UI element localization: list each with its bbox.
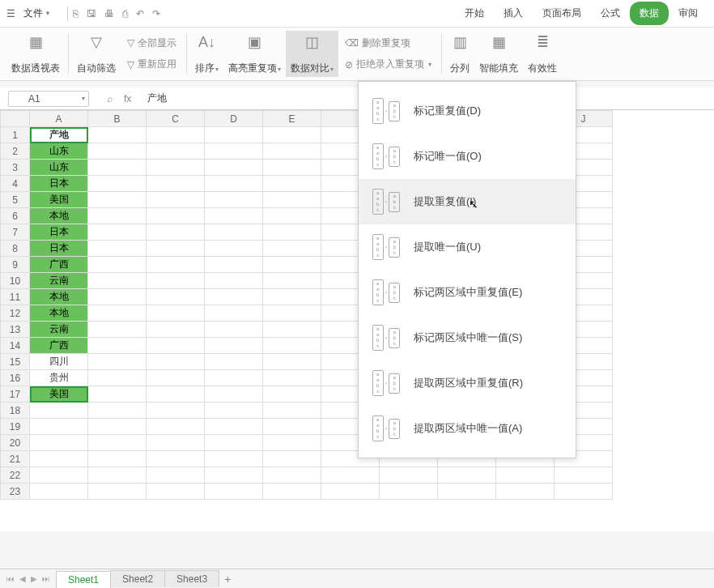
cell[interactable]: 四川 (30, 354, 88, 370)
cell[interactable] (147, 322, 205, 338)
row-header[interactable]: 21 (1, 451, 30, 467)
qat-print-icon[interactable]: 🖶 (104, 8, 114, 19)
cell[interactable] (88, 160, 147, 176)
cell[interactable]: 日本 (30, 241, 88, 257)
nav-prev-icon[interactable]: ◀ (19, 574, 26, 583)
cell[interactable] (147, 289, 205, 305)
cell[interactable] (263, 127, 321, 143)
cell[interactable]: 云南 (30, 322, 88, 338)
cell[interactable] (30, 451, 88, 467)
cell[interactable] (205, 386, 263, 403)
cell[interactable] (88, 289, 147, 305)
cell[interactable] (147, 386, 205, 403)
cell[interactable] (263, 273, 321, 289)
text-to-col-button[interactable]: ▥ 分列 (445, 31, 474, 77)
zoom-icon[interactable]: ⌕ (107, 93, 113, 104)
cell[interactable] (205, 403, 263, 419)
file-menu[interactable]: 文件 ▼ (19, 5, 56, 22)
row-header[interactable]: 11 (1, 289, 30, 305)
cell[interactable] (147, 208, 205, 224)
cell[interactable] (147, 143, 205, 160)
cell[interactable]: 山东 (30, 143, 88, 160)
reject-dup-button[interactable]: ⊘拒绝录入重复项▾ (342, 56, 435, 73)
cell[interactable] (88, 241, 147, 257)
cell[interactable] (88, 338, 147, 354)
cell[interactable] (88, 192, 147, 208)
cell[interactable] (496, 467, 555, 484)
cell[interactable] (147, 160, 205, 176)
cell[interactable] (205, 224, 263, 241)
reapply-button[interactable]: ▽重新应用 (124, 56, 180, 73)
cell[interactable]: 本地 (30, 305, 88, 322)
qat-preview-icon[interactable]: ⎙ (122, 8, 128, 19)
cell[interactable] (147, 370, 205, 386)
cell[interactable] (88, 484, 147, 500)
row-header[interactable]: 6 (1, 208, 30, 224)
cell[interactable] (88, 467, 147, 484)
cell[interactable] (205, 484, 263, 500)
dropdown-item[interactable]: aabc›abc标记两区域中重复值(E) (359, 270, 576, 315)
cell[interactable] (263, 208, 321, 224)
cell[interactable] (205, 354, 263, 370)
row-header[interactable]: 8 (1, 241, 30, 257)
dropdown-item[interactable]: aabc›abc标记唯一值(O) (359, 134, 576, 179)
cell[interactable] (438, 484, 496, 500)
cell[interactable]: 日本 (30, 176, 88, 192)
cell[interactable] (205, 338, 263, 354)
cell[interactable] (263, 451, 321, 467)
cell[interactable]: 本地 (30, 289, 88, 305)
cell[interactable] (263, 370, 321, 386)
column-header[interactable]: D (205, 111, 263, 127)
spreadsheet-grid[interactable]: ABCDEJ1产地2山东3山东4日本5美国6本地7日本8日本9广西10云南11本… (0, 110, 714, 531)
cell[interactable] (205, 435, 263, 451)
sheet-tab[interactable]: Sheet2 (110, 570, 165, 587)
cell[interactable] (88, 435, 147, 451)
cell[interactable] (147, 192, 205, 208)
nav-last-icon[interactable]: ⏭ (42, 574, 50, 583)
cell[interactable]: 山东 (30, 160, 88, 176)
cell[interactable] (205, 257, 263, 273)
cell[interactable] (380, 467, 438, 484)
qat-undo-icon[interactable]: ↶ (136, 8, 144, 19)
sort-button[interactable]: A↓ 排序▾ (190, 31, 223, 77)
cell[interactable] (147, 224, 205, 241)
data-compare-button[interactable]: ◫ 数据对比▾ (286, 31, 338, 77)
pivot-table-button[interactable]: ▦ 数据透视表 (6, 31, 65, 77)
row-header[interactable]: 15 (1, 354, 30, 370)
cell[interactable] (147, 451, 205, 467)
fx-icon[interactable]: fx (124, 93, 131, 104)
cell[interactable] (147, 257, 205, 273)
cell[interactable] (88, 354, 147, 370)
cell[interactable] (88, 273, 147, 289)
row-header[interactable]: 12 (1, 305, 30, 322)
qat-open-icon[interactable]: ⎘ (73, 8, 79, 19)
cell[interactable] (147, 484, 205, 500)
validation-button[interactable]: ≣ 有效性 (523, 31, 562, 77)
highlight-dup-button[interactable]: ▣ 高亮重复项▾ (223, 31, 286, 77)
cell[interactable] (205, 208, 263, 224)
tab-insert[interactable]: 插入 (494, 2, 533, 25)
dropdown-item[interactable]: aabc›abc标记重复值(D) (359, 88, 576, 134)
cell[interactable] (147, 403, 205, 419)
cell[interactable] (88, 176, 147, 192)
row-header[interactable]: 16 (1, 370, 30, 386)
cell[interactable] (147, 305, 205, 322)
cell[interactable]: 广西 (30, 338, 88, 354)
cell[interactable] (88, 224, 147, 241)
cell[interactable] (88, 451, 147, 467)
row-header[interactable]: 5 (1, 192, 30, 208)
cell[interactable] (205, 273, 263, 289)
cell[interactable] (205, 176, 263, 192)
row-header[interactable]: 13 (1, 322, 30, 338)
cell[interactable] (88, 143, 147, 160)
add-sheet-button[interactable]: + (224, 573, 231, 586)
cell[interactable] (88, 419, 147, 435)
cell[interactable] (205, 289, 263, 305)
row-header[interactable]: 2 (1, 143, 30, 160)
tab-layout[interactable]: 页面布局 (533, 2, 591, 25)
cell[interactable] (263, 435, 321, 451)
cell[interactable] (147, 419, 205, 435)
cell[interactable] (496, 484, 555, 500)
cell[interactable] (30, 419, 88, 435)
cell[interactable] (321, 467, 380, 484)
